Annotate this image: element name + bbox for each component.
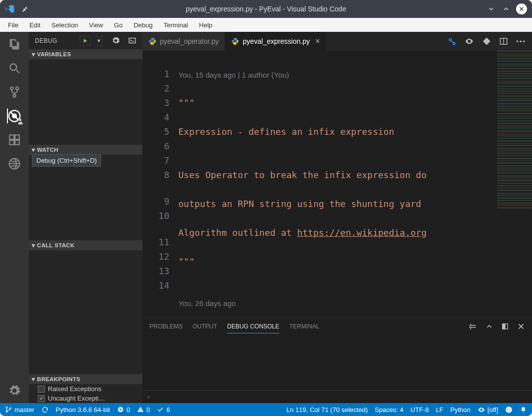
panel-tab-debug-console[interactable]: DEBUG CONSOLE: [227, 320, 279, 333]
window-maximize-button[interactable]: [501, 4, 511, 14]
editor-tabbar: pyeval_operator.py pyeval_expression.py …: [142, 32, 532, 51]
debug-gear-icon[interactable]: [112, 36, 120, 45]
panel-tab-terminal[interactable]: TERMINAL: [289, 320, 320, 333]
status-preview[interactable]: [off]: [478, 406, 498, 414]
activitybar-tooltip: Debug (Ctrl+Shift+D): [32, 154, 101, 167]
panel-tab-output[interactable]: OUTPUT: [193, 320, 217, 333]
editor-actions: •••: [441, 32, 532, 51]
activitybar: Debug (Ctrl+Shift+D): [0, 32, 29, 403]
start-debug-button[interactable]: [80, 36, 91, 46]
status-checks[interactable]: 6: [157, 406, 170, 414]
codelens[interactable]: You, 26 days ago: [178, 298, 497, 310]
svg-point-1: [10, 87, 13, 90]
gitlens-toggle-icon[interactable]: [464, 37, 474, 46]
editor-body[interactable]: 1 2 3 4 5 6 7 8 9 10 11 12 13 14 You, 15…: [142, 51, 532, 317]
menu-help[interactable]: Help: [194, 19, 218, 31]
main: Debug (Ctrl+Shift+D) DEBUG ▼ ▾: [0, 32, 532, 403]
titlebar: pyeval_expression.py - PyEval - Visual S…: [0, 0, 532, 18]
status-sync[interactable]: [41, 406, 49, 414]
breakpoints-section-header[interactable]: ▾ BREAKPOINTS: [29, 374, 142, 384]
debug-title: DEBUG: [35, 37, 57, 44]
python-file-icon: [148, 37, 156, 45]
extensions-icon[interactable]: [7, 132, 22, 147]
checkbox-checked[interactable]: ✓: [38, 395, 45, 402]
gitlens-blame-icon[interactable]: [482, 37, 491, 46]
svg-point-18: [6, 411, 7, 413]
chevron-down-icon: ▾: [32, 146, 35, 153]
menubar: File Edit Selection View Go Debug Termin…: [0, 18, 532, 32]
variables-section-header[interactable]: ▾ VARIABLES: [29, 49, 142, 59]
menu-terminal[interactable]: Terminal: [158, 19, 193, 31]
debug-console-input[interactable]: ›: [142, 390, 532, 403]
chevron-down-icon: ▾: [32, 376, 35, 383]
window-minimize-button[interactable]: [486, 4, 496, 14]
menu-debug[interactable]: Debug: [129, 19, 157, 31]
status-bell-icon[interactable]: [520, 406, 527, 414]
vscode-logo-icon: [5, 4, 15, 14]
menu-go[interactable]: Go: [109, 19, 128, 31]
panel-tabs: PROBLEMS OUTPUT DEBUG CONSOLE TERMINAL: [142, 318, 532, 335]
status-spaces[interactable]: Spaces: 4: [375, 406, 403, 414]
window-close-button[interactable]: [516, 3, 527, 14]
menu-selection[interactable]: Selection: [46, 19, 83, 31]
panel-tab-problems[interactable]: PROBLEMS: [149, 320, 183, 333]
vscode-window: pyeval_expression.py - PyEval - Visual S…: [0, 0, 532, 416]
editor-group: pyeval_operator.py pyeval_expression.py …: [142, 32, 532, 403]
tab-pyeval-operator[interactable]: pyeval_operator.py: [142, 32, 225, 51]
chevron-down-icon: ▾: [32, 242, 35, 249]
codelens[interactable]: You, 15 days ago | 1 author (You): [178, 69, 497, 81]
more-actions-icon[interactable]: •••: [516, 38, 526, 45]
debug-console-body[interactable]: ›: [142, 335, 532, 403]
svg-rect-11: [129, 38, 135, 43]
svg-point-17: [6, 407, 7, 408]
pin-icon[interactable]: [21, 5, 29, 13]
code-content[interactable]: You, 15 days ago | 1 author (You) """ Ex…: [178, 51, 497, 317]
minimap[interactable]: [497, 51, 532, 317]
explorer-icon[interactable]: [7, 37, 22, 52]
collapse-panel-icon[interactable]: [485, 322, 493, 330]
svg-point-2: [16, 87, 18, 90]
checkbox-unchecked[interactable]: [38, 386, 45, 393]
split-editor-icon[interactable]: [499, 37, 508, 46]
tab-pyeval-expression[interactable]: pyeval_expression.py ×: [225, 32, 326, 51]
status-cursor[interactable]: Ln 119, Col 71 (70 selected): [286, 406, 368, 414]
callstack-section-header[interactable]: ▾ CALL STACK: [29, 240, 142, 250]
clear-console-icon[interactable]: [469, 322, 477, 331]
python-file-icon: [231, 37, 239, 45]
live-share-icon[interactable]: [7, 156, 22, 171]
debug-sidebar-header: DEBUG ▼: [29, 32, 142, 49]
window-title: pyeval_expression.py - PyEval - Visual S…: [0, 5, 532, 13]
svg-point-19: [9, 408, 11, 409]
close-panel-icon[interactable]: [517, 322, 525, 330]
settings-icon[interactable]: [7, 383, 22, 398]
debug-config-dropdown[interactable]: ▼: [96, 36, 103, 46]
svg-point-21: [506, 407, 512, 413]
menu-view[interactable]: View: [84, 19, 108, 31]
status-language[interactable]: Python: [450, 406, 470, 414]
breakpoint-raised-exceptions[interactable]: Raised Exceptions: [29, 384, 142, 394]
svg-point-5: [12, 113, 17, 118]
status-warnings[interactable]: 0: [137, 406, 150, 414]
source-control-icon[interactable]: [7, 85, 22, 100]
search-icon[interactable]: [7, 61, 22, 76]
svg-point-0: [10, 64, 16, 70]
svg-rect-9: [15, 135, 19, 139]
watch-section-header[interactable]: ▾ WATCH: [29, 145, 142, 155]
status-eol[interactable]: LF: [436, 406, 443, 414]
breakpoint-uncaught-exceptions[interactable]: ✓ Uncaught Excepti…: [29, 394, 142, 403]
gitlens-compare-icon[interactable]: [447, 37, 456, 46]
status-python[interactable]: Python 3.6.6 64-bit: [56, 406, 110, 414]
debug-icon[interactable]: [7, 108, 22, 123]
debug-sidebar: DEBUG ▼ ▾ VARIABLES: [29, 32, 142, 403]
svg-point-22: [507, 409, 508, 410]
maximize-panel-icon[interactable]: [501, 322, 509, 330]
menu-edit[interactable]: Edit: [24, 19, 45, 31]
status-feedback-icon[interactable]: [505, 406, 513, 414]
svg-rect-8: [15, 140, 19, 145]
status-errors[interactable]: 0: [117, 406, 130, 414]
status-branch[interactable]: master: [5, 406, 34, 414]
status-encoding[interactable]: UTF-8: [410, 406, 429, 414]
close-tab-icon[interactable]: ×: [315, 37, 320, 46]
debug-console-toggle-icon[interactable]: [128, 36, 136, 45]
menu-file[interactable]: File: [3, 19, 23, 31]
